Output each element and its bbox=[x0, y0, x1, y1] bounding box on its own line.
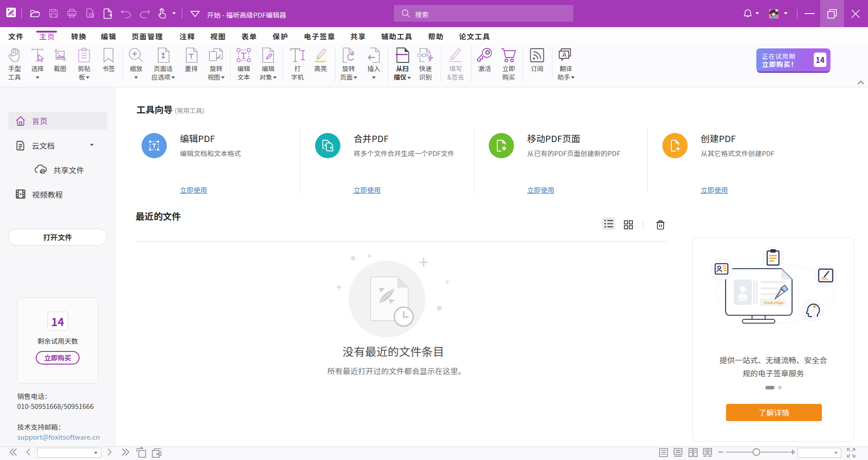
svg-text:Foxit eSign: Foxit eSign bbox=[764, 300, 783, 305]
svg-text:OCR: OCR bbox=[417, 52, 429, 58]
